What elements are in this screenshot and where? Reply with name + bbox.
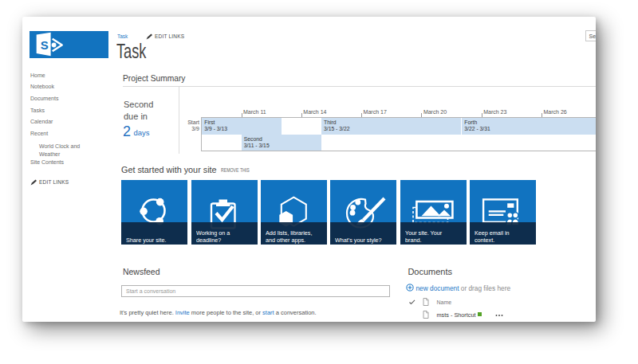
svg-text:S: S: [41, 38, 49, 52]
